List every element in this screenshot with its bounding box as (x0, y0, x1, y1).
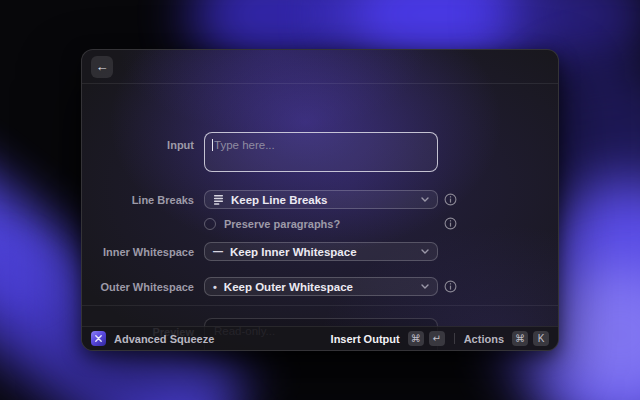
extension-title: Advanced Squeeze (114, 333, 214, 345)
text-cursor (212, 139, 213, 151)
preserve-paragraphs-row: Preserve paragraphs? (82, 217, 558, 231)
cmd-key-badge[interactable]: ⌘ (512, 331, 528, 346)
inner-whitespace-value: Keep Inner Whitespace (230, 246, 414, 258)
line-breaks-control: Keep Line Breaks (204, 190, 438, 209)
outer-whitespace-dropdown[interactable]: • Keep Outer Whitespace (204, 277, 438, 296)
outer-whitespace-row: Outer Whitespace • Keep Outer Whitespace (82, 277, 558, 296)
back-button[interactable]: ← (91, 56, 113, 78)
chevron-down-icon (421, 284, 429, 289)
line-breaks-value: Keep Line Breaks (231, 194, 414, 206)
section-divider (82, 305, 558, 306)
outer-whitespace-label: Outer Whitespace (82, 281, 194, 293)
advanced-squeeze-app-icon (91, 331, 106, 346)
info-icon[interactable] (444, 280, 457, 293)
line-breaks-dropdown[interactable]: Keep Line Breaks (204, 190, 438, 209)
actions-menu-button[interactable]: Actions (464, 333, 504, 345)
preserve-paragraphs-label[interactable]: Preserve paragraphs? (224, 218, 340, 230)
preserve-paragraphs-checkbox[interactable] (204, 218, 216, 230)
dash-icon: — (213, 246, 223, 257)
info-icon[interactable] (444, 193, 457, 206)
form-body: Input Line Breaks (82, 84, 558, 328)
line-breaks-label: Line Breaks (82, 194, 194, 206)
inner-whitespace-row: Inner Whitespace — Keep Inner Whitespace (82, 242, 558, 261)
outer-whitespace-control: • Keep Outer Whitespace (204, 277, 438, 296)
action-bar: Advanced Squeeze Insert Output ⌘ ↵ Actio… (82, 326, 558, 350)
input-control (204, 132, 438, 172)
raycast-extension-window: ← Input Line Breaks (81, 49, 559, 351)
input-label: Input (82, 139, 194, 151)
cmd-key-badge[interactable]: ⌘ (408, 331, 424, 346)
text-lines-icon (213, 194, 224, 205)
line-breaks-row: Line Breaks Keep Line Breaks (82, 190, 558, 209)
insert-output-action[interactable]: Insert Output (331, 333, 400, 345)
chevron-down-icon (421, 197, 429, 202)
outer-whitespace-value: Keep Outer Whitespace (224, 281, 414, 293)
chevron-down-icon (421, 249, 429, 254)
inner-whitespace-dropdown[interactable]: — Keep Inner Whitespace (204, 242, 438, 261)
footer-actions: Insert Output ⌘ ↵ Actions ⌘ K (331, 331, 549, 346)
bullet-icon: • (213, 281, 217, 293)
k-key-badge[interactable]: K (533, 331, 549, 346)
info-icon[interactable] (444, 217, 457, 230)
inner-whitespace-control: — Keep Inner Whitespace (204, 242, 438, 261)
return-key-badge[interactable]: ↵ (429, 331, 445, 346)
input-row: Input (82, 132, 558, 172)
input-textarea[interactable] (204, 132, 438, 172)
window-header: ← (82, 50, 558, 84)
footer-divider (454, 333, 455, 344)
inner-whitespace-label: Inner Whitespace (82, 246, 194, 258)
